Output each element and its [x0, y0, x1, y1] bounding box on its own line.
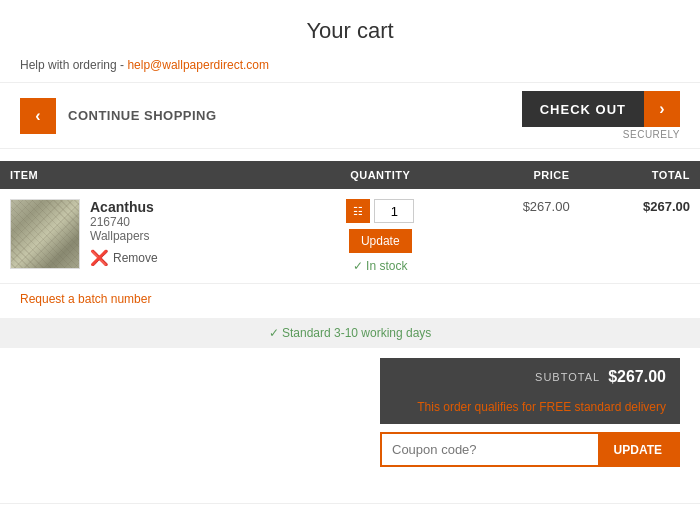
col-price: PRICE	[459, 161, 579, 189]
top-checkout-button[interactable]: CHECK OUT	[522, 91, 644, 127]
product-details: Acanthus 216740 Wallpapers ❌ Remove	[90, 199, 291, 269]
delivery-bar: ✓ Standard 3-10 working days	[0, 318, 700, 348]
col-quantity: QUANTITY	[301, 161, 459, 189]
top-checkout-btn-row: CHECK OUT ›	[522, 91, 680, 127]
col-item: ITEM	[0, 161, 301, 189]
bottom-nav-bar: ‹ CONTINUE SHOPPING CHECK OUT › SECURELY	[0, 503, 700, 510]
product-info: Acanthus 216740 Wallpapers ❌ Remove	[10, 199, 291, 269]
product-sku: 216740	[90, 215, 291, 229]
product-thumbnail-image	[11, 200, 80, 269]
update-button[interactable]: Update	[349, 229, 412, 253]
in-stock-status: ✓ In stock	[311, 259, 449, 273]
check-icon: ✓	[353, 259, 363, 273]
top-nav-bar: ‹ CONTINUE SHOPPING CHECK OUT › SECURELY	[0, 82, 700, 149]
quantity-cell: ☷ Update ✓ In stock	[301, 189, 459, 284]
quantity-wrapper: ☷	[311, 199, 449, 223]
coupon-update-button[interactable]: Update	[598, 434, 678, 465]
subtotal-amount: $267.00	[608, 368, 666, 386]
free-delivery-note: This order qualifies for FREE standard d…	[380, 396, 680, 424]
product-name: Acanthus	[90, 199, 291, 215]
help-text: Help with ordering -	[20, 58, 124, 72]
cart-table: ITEM QUANTITY PRICE TOTAL Acanthus 21674…	[0, 161, 700, 284]
coupon-row: Update	[380, 432, 680, 467]
quantity-input[interactable]	[374, 199, 414, 223]
remove-label: Remove	[113, 251, 158, 265]
remove-button[interactable]: ❌ Remove	[90, 249, 291, 267]
help-email[interactable]: help@wallpaperdirect.com	[127, 58, 269, 72]
coupon-input[interactable]	[382, 434, 598, 465]
help-bar: Help with ordering - help@wallpaperdirec…	[0, 52, 700, 82]
top-checkout-arrow-button[interactable]: ›	[644, 91, 680, 127]
table-row: Acanthus 216740 Wallpapers ❌ Remove ☷ Up…	[0, 189, 700, 284]
product-thumbnail	[10, 199, 80, 269]
product-cell: Acanthus 216740 Wallpapers ❌ Remove	[0, 189, 301, 284]
quantity-icon-button[interactable]: ☷	[346, 199, 370, 223]
top-checkout-group: CHECK OUT › SECURELY	[522, 91, 680, 140]
top-continue-btn[interactable]: ‹ CONTINUE SHOPPING	[20, 98, 229, 134]
batch-number-link[interactable]: Request a batch number	[0, 284, 700, 314]
top-securely-label: SECURELY	[623, 129, 680, 140]
page-title: Your cart	[0, 0, 700, 52]
top-continue-label: CONTINUE SHOPPING	[56, 108, 229, 123]
col-total: TOTAL	[580, 161, 700, 189]
subtotal-bar: SUBTOTAL $267.00	[380, 358, 680, 396]
summary-section: SUBTOTAL $267.00 This order qualifies fo…	[360, 358, 700, 487]
remove-icon: ❌	[90, 249, 109, 267]
price-cell: $267.00	[459, 189, 579, 284]
subtotal-label: SUBTOTAL	[535, 371, 600, 383]
product-category: Wallpapers	[90, 229, 291, 243]
top-back-arrow-button[interactable]: ‹	[20, 98, 56, 134]
total-cell: $267.00	[580, 189, 700, 284]
in-stock-label: In stock	[366, 259, 407, 273]
